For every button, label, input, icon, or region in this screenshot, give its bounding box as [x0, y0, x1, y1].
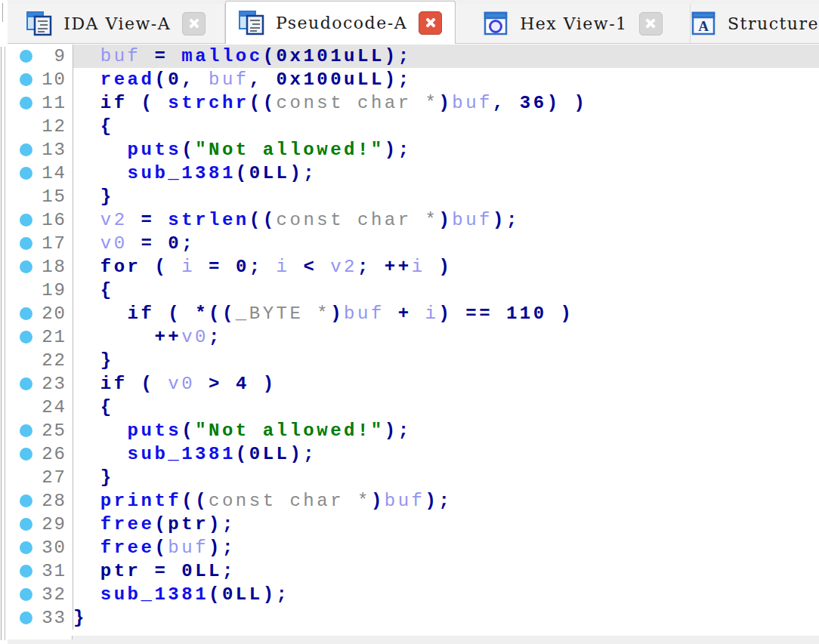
code-token[interactable]: const char * — [209, 491, 371, 511]
code-token[interactable]: ptr — [100, 561, 141, 581]
code-token[interactable]: , — [249, 69, 277, 90]
breakpoint-dot[interactable] — [20, 307, 32, 320]
code-token[interactable]: v2 — [330, 257, 357, 277]
code-token[interactable]: for — [100, 257, 141, 277]
code-token[interactable]: ); — [493, 210, 520, 230]
code-token[interactable]: ++ — [73, 327, 181, 347]
code-token[interactable]: = — [128, 233, 168, 254]
code-line[interactable]: if ( strchr((const char *)buf, 36) ) — [73, 91, 819, 115]
code-token[interactable]: puts — [128, 140, 182, 160]
breakpoint-slot[interactable] — [20, 190, 32, 203]
code-token[interactable]: ) — [371, 491, 385, 511]
code-token[interactable]: v2 — [100, 210, 128, 230]
close-icon[interactable] — [639, 12, 663, 35]
code-token[interactable]: ( — [128, 93, 168, 113]
breakpoint-slot[interactable] — [20, 471, 32, 484]
code-token[interactable]: buf — [209, 69, 249, 90]
code-token[interactable]: ( — [154, 69, 168, 90]
code-token[interactable] — [73, 69, 100, 90]
code-line[interactable]: } — [73, 466, 819, 489]
tab-ida-view[interactable]: IDA View-A — [8, 4, 225, 43]
code-line[interactable]: free(ptr); — [73, 513, 819, 536]
breakpoint-dot[interactable] — [20, 518, 32, 531]
code-line[interactable]: sub_1381(0LL); — [73, 162, 819, 185]
code-token[interactable]: strchr — [168, 93, 249, 113]
code-token[interactable]: ) — [438, 93, 452, 113]
breakpoint-slot[interactable] — [20, 354, 32, 367]
code-token[interactable]: 0 — [168, 233, 181, 254]
code-token[interactable]: > — [195, 374, 236, 394]
code-token[interactable]: (( — [181, 491, 209, 511]
code-token[interactable]: ); — [263, 584, 290, 605]
code-token[interactable]: i — [277, 257, 290, 277]
breakpoint-dot[interactable] — [20, 143, 32, 156]
code-token[interactable]: buf — [452, 93, 493, 113]
code-token[interactable]: if — [100, 93, 128, 113]
code-token[interactable]: ; — [222, 561, 236, 581]
code-token[interactable]: free — [100, 538, 155, 558]
code-token[interactable]: ) ) — [547, 93, 588, 113]
code-line[interactable]: ptr = 0LL; — [73, 559, 819, 583]
code-token[interactable]: buf — [385, 491, 425, 511]
code-line[interactable]: } — [73, 606, 819, 630]
breakpoint-dot[interactable] — [20, 612, 32, 624]
code-token[interactable]: i — [412, 257, 425, 277]
code-token[interactable]: = — [128, 210, 168, 230]
code-token[interactable]: buf — [344, 304, 385, 324]
breakpoint-dot[interactable] — [20, 73, 32, 86]
code-token[interactable]: { — [73, 116, 114, 137]
code-line[interactable]: } — [73, 185, 819, 208]
code-line[interactable]: for ( i = 0; i < v2; ++i ) — [73, 255, 819, 279]
code-token[interactable] — [73, 538, 100, 558]
code-token[interactable] — [73, 561, 100, 581]
code-token[interactable] — [73, 233, 100, 254]
code-token[interactable]: v0 — [100, 233, 128, 254]
code-token[interactable]: ; — [209, 327, 222, 347]
code-token[interactable] — [73, 374, 100, 394]
code-token[interactable]: _BYTE * — [236, 304, 330, 324]
code-line[interactable]: puts("Not allowed!"); — [73, 419, 819, 442]
breakpoint-slot[interactable] — [20, 401, 32, 414]
code-line[interactable]: read(0, buf, 0x100uLL); — [73, 68, 819, 91]
code-token[interactable]: sub_1381 — [128, 163, 236, 183]
tab-pseudocode[interactable]: Pseudocode-A — [225, 1, 455, 44]
code-token[interactable]: 0 — [168, 69, 181, 90]
code-token[interactable] — [73, 257, 100, 277]
code-token[interactable]: ); — [209, 538, 236, 558]
code-token[interactable]: { — [73, 280, 114, 300]
code-token[interactable]: ); — [289, 163, 317, 183]
code-line[interactable]: v2 = strlen((const char *)buf); — [73, 208, 819, 232]
breakpoint-dot[interactable] — [20, 565, 32, 578]
code-token[interactable]: ; — [181, 233, 195, 254]
code-token[interactable]: ( *(( — [154, 304, 235, 324]
code-token[interactable]: "Not allowed!" — [195, 140, 385, 160]
breakpoint-dot[interactable] — [20, 448, 32, 461]
code-token[interactable]: 110 — [506, 304, 547, 324]
code-token[interactable] — [73, 584, 100, 605]
code-token[interactable]: ( — [141, 257, 182, 277]
code-token[interactable]: ); — [385, 421, 412, 441]
breakpoint-dot[interactable] — [20, 214, 32, 226]
tab-hex-view[interactable]: Hex View-1 — [456, 4, 691, 43]
code-token[interactable]: i — [425, 304, 439, 324]
code-line[interactable]: buf = malloc(0x101uLL); — [73, 45, 819, 68]
breakpoint-dot[interactable] — [20, 331, 32, 344]
code-token[interactable]: 0x100uLL — [277, 69, 385, 90]
code-token[interactable]: ( — [263, 46, 277, 66]
code-token[interactable]: free — [100, 514, 155, 535]
code-token[interactable]: ( — [154, 514, 168, 535]
breakpoint-dot[interactable] — [20, 377, 32, 390]
code-token[interactable]: = — [141, 46, 182, 66]
code-token[interactable] — [73, 514, 100, 535]
code-token[interactable]: } — [73, 608, 87, 628]
code-token[interactable]: 0x101uLL — [277, 46, 385, 66]
code-token[interactable]: ( — [154, 538, 168, 558]
code-token[interactable] — [73, 163, 128, 183]
code-token[interactable]: ) == — [438, 304, 506, 324]
code-token[interactable]: 0 — [236, 257, 249, 277]
code-token[interactable]: sub_1381 — [100, 584, 209, 605]
code-token[interactable]: , — [181, 69, 209, 90]
code-token[interactable]: malloc — [181, 46, 262, 66]
code-line[interactable]: } — [73, 349, 819, 372]
code-token[interactable]: buf — [452, 210, 493, 230]
